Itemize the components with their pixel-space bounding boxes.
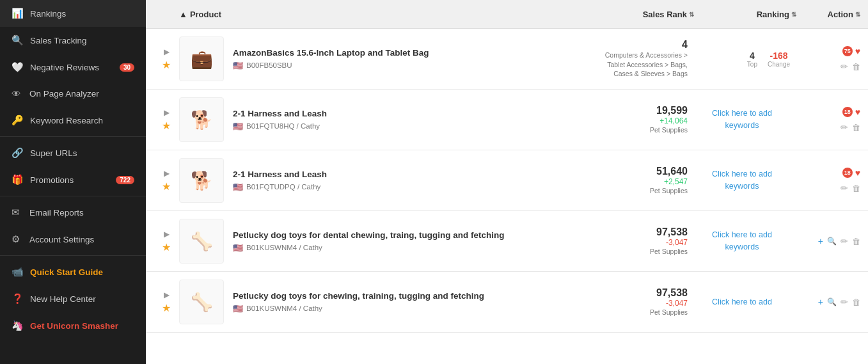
ranking-cell-1: Click here to add keywords — [694, 107, 796, 132]
product-info: 2-1 Harness and Leash🇺🇸B01FQTUDPQ / Cath… — [233, 170, 327, 192]
flag-icon: 🇺🇸 — [233, 61, 243, 70]
star-icon[interactable]: ★ — [162, 59, 171, 71]
sidebar-item-super-urls[interactable]: 🔗Super URLs — [0, 139, 146, 166]
flag-icon: 🇺🇸 — [233, 122, 243, 131]
plus-icon[interactable]: + — [818, 236, 823, 246]
delete-icon[interactable]: 🗑 — [852, 123, 860, 132]
action-cell-4: +🔍✏🗑 — [796, 297, 860, 307]
search-icon[interactable]: 🔍 — [827, 297, 837, 306]
header-ranking-col[interactable]: Ranking ⇅ — [694, 10, 796, 19]
heart-icon[interactable]: ♥ — [855, 168, 860, 178]
sidebar-item-promotions[interactable]: 🎁Promotions722 — [0, 166, 146, 193]
delete-icon[interactable]: 🗑 — [852, 62, 860, 72]
delete-icon[interactable]: 🗑 — [852, 297, 860, 307]
product-info: Petlucky dog toys for dental chewing, tr… — [233, 230, 505, 253]
sort-icon-action: ⇅ — [855, 11, 860, 18]
action-group: 18♥✏🗑 — [840, 107, 860, 132]
edit-icon[interactable]: ✏ — [840, 183, 848, 193]
expand-button[interactable]: ▶ — [164, 169, 170, 178]
star-icon[interactable]: ★ — [162, 241, 171, 253]
action-cell-3: +🔍✏🗑 — [796, 236, 860, 246]
flag-icon: 🇺🇸 — [233, 182, 243, 192]
table-header: ▲ Product Sales Rank ⇅ Ranking ⇅ Action … — [146, 0, 868, 29]
rank-change-value: +14,064 — [592, 116, 688, 125]
sort-icon-sales-rank: ⇅ — [689, 11, 694, 18]
sidebar-item-keyword-research[interactable]: 🔑Keyword Research — [0, 107, 146, 134]
main-content: ▲ Product Sales Rank ⇅ Ranking ⇅ Action … — [146, 0, 868, 364]
edit-icon[interactable]: ✏ — [840, 61, 848, 72]
edit-icon[interactable]: ✏ — [840, 122, 848, 132]
header-sales-rank-col[interactable]: Sales Rank ⇅ — [592, 10, 694, 19]
product-image: 💼 — [179, 36, 224, 81]
expand-button[interactable]: ▶ — [164, 108, 170, 117]
rank-category: Pet Supplies — [592, 308, 688, 317]
product-cell-2: 🐕2-1 Harness and Leash🇺🇸B01FQTUDPQ / Cat… — [179, 158, 592, 203]
expand-button[interactable]: ▶ — [164, 290, 170, 299]
header-product-col[interactable]: ▲ Product — [179, 10, 592, 19]
negative-reviews-icon: 🤍 — [12, 61, 24, 73]
click-keywords-link[interactable]: Click here to add — [694, 296, 790, 308]
click-keywords-link[interactable]: Click here to add keywords — [694, 229, 790, 253]
table-row-4: ▶★🦴Petlucky dog toys for dental chewing,… — [146, 211, 868, 272]
sidebar-item-account-settings[interactable]: ⚙Account Settings — [0, 226, 146, 253]
sidebar-item-negative-reviews[interactable]: 🤍Negative Reviews30 — [0, 54, 146, 81]
click-keywords-link[interactable]: Click here to add keywords — [694, 168, 790, 193]
product-meta: 🇺🇸B01FQTUDPQ / Cathy — [233, 182, 327, 192]
account-settings-icon: ⚙ — [12, 233, 23, 245]
action-group: +🔍✏🗑 — [818, 236, 860, 246]
sidebar-item-get-unicorn-smasher[interactable]: 🦄Get Unicorn Smasher — [0, 312, 146, 339]
action-group: 75♥✏🗑 — [840, 46, 860, 72]
badge-negative-reviews: 30 — [120, 63, 134, 72]
table-row-5: ▶★🦴Petlucky dog toys for chewing, traini… — [146, 272, 868, 333]
rank-category: Pet Supplies — [592, 186, 688, 196]
star-icon[interactable]: ★ — [162, 180, 171, 193]
sidebar-label-sales-tracking: Sales Tracking — [30, 36, 134, 45]
sort-up-icon: ▲ — [179, 10, 187, 19]
product-title: AmazonBasics 15.6-Inch Laptop and Tablet… — [233, 48, 429, 58]
sidebar-item-new-help-center[interactable]: ❓New Help Center — [0, 285, 146, 312]
sidebar-item-on-page-analyzer[interactable]: 👁On Page Analyzer — [0, 81, 146, 107]
action-row-top: +🔍✏🗑 — [818, 297, 860, 307]
star-icon[interactable]: ★ — [162, 120, 171, 132]
action-group: 18♥✏🗑 — [840, 168, 860, 193]
sidebar-item-sales-tracking[interactable]: 🔍Sales Tracking — [0, 27, 146, 54]
sales-rank-cell-1: 19,599+14,064Pet Supplies — [592, 105, 694, 135]
edit-icon[interactable]: ✏ — [840, 297, 848, 307]
product-info: Petlucky dog toys for chewing, training,… — [233, 291, 484, 313]
table-body: ▶★💼AmazonBasics 15.6-Inch Laptop and Tab… — [146, 29, 868, 364]
sidebar-label-keyword-research: Keyword Research — [30, 116, 134, 125]
badge-promotions: 722 — [116, 176, 134, 184]
heart-icon[interactable]: ♥ — [855, 46, 860, 56]
sidebar-item-quick-start-guide[interactable]: 📹Quick Start Guide — [0, 258, 146, 285]
product-image: 🐕 — [179, 158, 224, 203]
click-keywords-link[interactable]: Click here to add keywords — [694, 107, 790, 132]
heart-icon[interactable]: ♥ — [855, 107, 860, 117]
expand-button[interactable]: ▶ — [164, 230, 170, 239]
ranking-values: 4Top-168Change — [694, 51, 790, 68]
header-action-label: Action — [828, 10, 853, 19]
rank-change-value: -3,047 — [592, 299, 688, 308]
delete-icon[interactable]: 🗑 — [852, 237, 860, 246]
sidebar-label-quick-start-guide: Quick Start Guide — [30, 267, 134, 277]
sidebar-item-email-reports[interactable]: ✉Email Reports — [0, 199, 146, 226]
header-ranking-label: Ranking — [757, 10, 789, 19]
sales-rank-cell-4: 97,538-3,047Pet Supplies — [592, 287, 694, 317]
plus-icon[interactable]: + — [818, 297, 823, 307]
header-product-label: Product — [190, 10, 221, 19]
super-urls-icon: 🔗 — [12, 147, 24, 159]
product-info: 2-1 Harness and Leash🇺🇸B01FQTU8HQ / Cath… — [233, 109, 327, 131]
edit-icon[interactable]: ✏ — [840, 236, 848, 246]
ranking-cell-2: Click here to add keywords — [694, 168, 796, 193]
star-icon[interactable]: ★ — [162, 302, 171, 314]
product-asin: B01FQTU8HQ / Cathy — [246, 122, 320, 130]
delete-icon[interactable]: 🗑 — [852, 184, 860, 193]
row-expand-3: ▶★ — [154, 230, 179, 253]
sidebar-item-rankings[interactable]: 📊Rankings — [0, 0, 146, 27]
expand-button[interactable]: ▶ — [164, 47, 170, 56]
flag-icon: 🇺🇸 — [233, 243, 243, 253]
action-cell-1: 18♥✏🗑 — [796, 107, 860, 132]
header-action-col: Action ⇅ — [796, 10, 860, 19]
rank-category: Computers & Accessories > Tablet Accesso… — [592, 51, 688, 79]
product-title: 2-1 Harness and Leash — [233, 170, 327, 179]
search-icon[interactable]: 🔍 — [827, 237, 837, 246]
